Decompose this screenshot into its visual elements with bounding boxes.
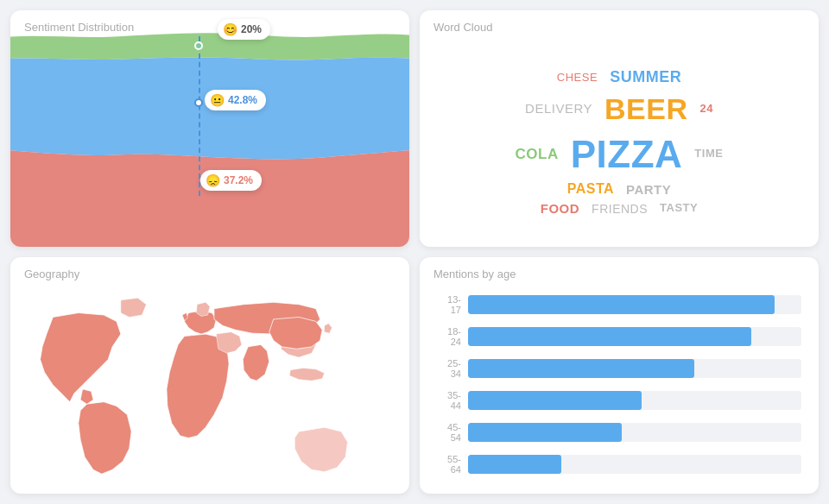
bar-track (468, 295, 801, 314)
sentiment-chart (10, 10, 409, 247)
word-time: TIME (694, 147, 723, 161)
wc-row-5: FOOD FRIENDS TASTY (541, 200, 698, 217)
word-food: FOOD (541, 200, 579, 217)
bar-fill (468, 423, 622, 442)
bar-track (468, 327, 801, 346)
word-beer: BEER (604, 90, 687, 128)
word-cola: COLA (516, 145, 559, 164)
bar-label: 35-44 (437, 390, 461, 411)
wc-row-3: COLA PIZZA TIME (516, 129, 724, 179)
sentiment-card: Sentiment Distribution 😊 20% 😐 42.8% 😞 3… (10, 10, 409, 247)
geography-title: Geography (24, 268, 79, 280)
map-container (10, 288, 409, 494)
bar-label: 55-64 (437, 454, 461, 475)
wc-row-4: PASTA PARTY (567, 180, 672, 198)
wc-row-1: CHESE SUMMER (557, 67, 681, 87)
negative-emoji: 😞 (206, 173, 220, 187)
sentiment-title: Sentiment Distribution (24, 21, 134, 34)
bar-row: 13-17 (437, 294, 801, 315)
mentions-title: Mentions by age (433, 268, 516, 280)
tooltip-positive: 😊 20% (218, 19, 270, 40)
bar-label: 13-17 (437, 294, 461, 315)
bar-fill (468, 391, 642, 410)
bar-row: 18-24 (437, 326, 801, 347)
bar-track (468, 391, 801, 410)
negative-pct: 37.2% (224, 174, 253, 186)
tooltip-neutral: 😐 42.8% (205, 90, 266, 110)
positive-pct: 20% (241, 23, 262, 35)
bar-chart: 13-1718-2425-3435-4445-5455-64 (437, 288, 801, 480)
bar-row: 55-64 (437, 454, 801, 475)
word-tasty: TASTY (660, 201, 698, 216)
world-map (19, 292, 401, 494)
neutral-pct: 42.8% (228, 94, 257, 106)
geography-card: Geography (10, 257, 409, 494)
bar-row: 45-54 (437, 422, 801, 443)
word-summer: SUMMER (610, 67, 681, 87)
bar-row: 35-44 (437, 390, 801, 411)
dot-positive (194, 41, 203, 50)
word-24: 24 (699, 102, 712, 117)
bar-fill (468, 455, 561, 474)
bar-track (468, 359, 801, 378)
bar-label: 18-24 (437, 326, 461, 347)
mentions-card: Mentions by age 13-1718-2425-3435-4445-5… (420, 257, 819, 494)
wordcloud-title: Word Cloud (433, 21, 492, 34)
bar-label: 25-34 (437, 358, 461, 379)
wordcloud-card: Word Cloud CHESE SUMMER DELIVERY BEER 24… (420, 10, 819, 247)
word-party: PARTY (626, 181, 671, 198)
word-pizza: PIZZA (571, 129, 683, 179)
word-delivery: DELIVERY (525, 100, 592, 117)
bar-track (468, 455, 801, 474)
wc-row-2: DELIVERY BEER 24 (525, 90, 713, 128)
word-cloud-container: CHESE SUMMER DELIVERY BEER 24 COLA PIZZA… (420, 52, 819, 233)
bar-track (468, 423, 801, 442)
tooltip-negative: 😞 37.2% (200, 170, 262, 191)
word-friends: FRIENDS (592, 201, 648, 217)
bar-row: 25-34 (437, 358, 801, 379)
word-chese: CHESE (557, 71, 598, 85)
bar-fill (468, 327, 751, 346)
word-pasta: PASTA (567, 180, 614, 198)
bar-fill (468, 359, 694, 378)
dot-neutral (194, 98, 203, 107)
dashed-line (199, 36, 200, 196)
positive-emoji: 😊 (223, 22, 237, 36)
bar-label: 45-54 (437, 422, 461, 443)
neutral-emoji: 😐 (210, 93, 225, 107)
bar-fill (468, 295, 775, 314)
